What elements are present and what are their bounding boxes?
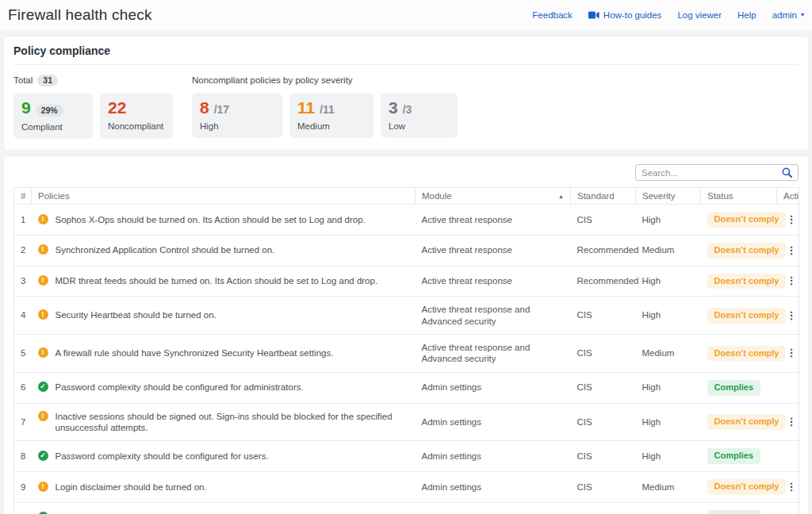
total-count-badge: 31 xyxy=(37,75,58,86)
column-header-status[interactable]: Status xyxy=(701,188,777,205)
severity-cell: High xyxy=(636,205,701,236)
stat-value-noncompliant: 22 xyxy=(108,99,126,116)
module-cell: Active threat response xyxy=(416,266,571,297)
severity-group-label: Noncompliant policies by policy severity xyxy=(192,74,458,86)
kebab-menu-icon[interactable]: ⋮ xyxy=(783,416,800,428)
policy-cell: !A firewall rule should have Synchronize… xyxy=(38,347,409,359)
top-link-feedback[interactable]: Feedback xyxy=(532,10,573,20)
severity-cards: 8/17High11/11Medium3/3Low xyxy=(192,93,458,138)
module-cell: Admin settings xyxy=(416,472,571,503)
policy-cell: !Login disclaimer should be turned on. xyxy=(38,481,409,493)
kebab-menu-icon[interactable]: ⋮ xyxy=(783,347,800,359)
warning-icon: ! xyxy=(38,275,48,286)
warning-icon: ! xyxy=(38,481,48,492)
status-badge: Complies xyxy=(707,510,761,514)
column-header-number[interactable]: # xyxy=(14,188,32,205)
module-cell: Admin settings xyxy=(416,441,571,472)
stat-card-medium: 11/11Medium xyxy=(289,93,373,138)
policy-cell: !Security Heartbeat should be turned on. xyxy=(38,309,409,320)
row-number: 7 xyxy=(14,403,32,441)
policy-cell: ✓Password complexity should be configure… xyxy=(38,382,409,393)
top-link-log-viewer[interactable]: Log viewer xyxy=(677,10,722,20)
standard-cell: CIS xyxy=(571,441,636,472)
policy-table-section: # Policies Module ▲ Standard Severity St… xyxy=(4,156,808,514)
policy-text: Security Heartbeat should be turned on. xyxy=(56,309,216,320)
status-badge: Doesn’t comply xyxy=(707,212,787,228)
table-body: 1!Sophos X-Ops should be turned on. Its … xyxy=(14,205,799,514)
search-icon[interactable] xyxy=(782,167,792,178)
summary-cards: 929%Compliant22Noncompliant xyxy=(13,93,173,139)
module-cell: Active threat response and Advanced secu… xyxy=(416,297,571,335)
top-link-help[interactable]: Help xyxy=(737,10,756,20)
severity-cell: High xyxy=(636,297,701,335)
column-header-standard[interactable]: Standard xyxy=(571,188,636,205)
policy-text: Sophos X-Ops should be turned on. Its Ac… xyxy=(56,214,366,225)
policy-cell: ✓Password complexity should be configure… xyxy=(38,451,409,462)
search-box[interactable] xyxy=(635,164,799,181)
status-badge: Doesn’t comply xyxy=(707,274,787,290)
stat-label-medium: Medium xyxy=(297,121,366,131)
severity-cell: High xyxy=(636,502,701,514)
sort-ascending-icon: ▲ xyxy=(558,194,564,199)
standard-cell: CIS xyxy=(571,205,636,236)
kebab-menu-icon[interactable]: ⋮ xyxy=(783,244,800,257)
totals-group: Total 31 929%Compliant22Noncompliant xyxy=(13,74,173,139)
status-badge: Complies xyxy=(707,448,761,464)
column-header-action[interactable]: Action xyxy=(777,188,799,205)
column-header-module[interactable]: Module ▲ xyxy=(416,188,571,205)
kebab-menu-icon[interactable]: ⋮ xyxy=(783,213,800,226)
row-number: 9 xyxy=(14,472,32,503)
totals-group-label: Total 31 xyxy=(13,74,173,86)
compliant-percent-badge: 29% xyxy=(36,105,63,117)
policy-text: Synchronized Application Control should … xyxy=(56,244,275,255)
row-number: 8 xyxy=(14,441,32,472)
kebab-menu-icon[interactable]: ⋮ xyxy=(783,309,800,322)
section-title: Policy compliance xyxy=(13,44,799,65)
policy-text: Login disclaimer should be turned on. xyxy=(56,481,207,493)
top-link-how-to-guides[interactable]: How-to guides xyxy=(588,10,662,20)
column-header-severity[interactable]: Severity xyxy=(636,188,701,205)
policy-text: A firewall rule should have Synchronized… xyxy=(56,347,334,359)
status-badge: Complies xyxy=(707,380,761,396)
row-number: 1 xyxy=(14,205,32,236)
module-cell: Active threat response xyxy=(416,235,571,266)
total-label: Total xyxy=(13,75,33,85)
warning-icon: ! xyxy=(38,309,48,320)
row-number: 2 xyxy=(14,235,32,266)
search-row xyxy=(13,164,799,181)
policy-table: # Policies Module ▲ Standard Severity St… xyxy=(13,187,799,514)
caret-down-icon: ▾ xyxy=(801,12,804,18)
severity-cell: High xyxy=(636,441,701,472)
table-row: 7!Inactive sessions should be signed out… xyxy=(14,403,799,441)
severity-cell: Medium xyxy=(636,472,701,503)
table-row: 1!Sophos X-Ops should be turned on. Its … xyxy=(14,205,799,236)
status-badge: Doesn’t comply xyxy=(707,414,787,430)
module-cell: Admin settings xyxy=(416,502,571,514)
stat-total-low: /3 xyxy=(403,103,412,116)
page-title: Firewall health check xyxy=(8,6,152,24)
stat-card-low: 3/3Low xyxy=(381,93,458,138)
module-cell: Active threat response xyxy=(416,205,571,236)
stat-total-medium: /11 xyxy=(320,103,335,116)
policy-search-input[interactable] xyxy=(642,168,777,178)
standard-cell: CIS xyxy=(571,403,636,441)
policy-text: Inactive sessions should be signed out. … xyxy=(56,411,409,434)
row-number: 6 xyxy=(14,372,32,403)
kebab-menu-icon[interactable]: ⋮ xyxy=(783,481,800,493)
warning-icon: ! xyxy=(38,244,48,255)
top-link-admin[interactable]: admin▾ xyxy=(772,10,804,20)
table-row: 8✓Password complexity should be configur… xyxy=(14,441,799,472)
module-cell: Active threat response and Advanced secu… xyxy=(416,335,571,373)
standard-cell: CIS xyxy=(571,472,636,503)
row-number: 3 xyxy=(14,266,32,297)
column-header-policies[interactable]: Policies xyxy=(32,188,416,205)
policy-cell: !MDR threat feeds should be turned on. I… xyxy=(38,275,409,286)
table-row: 6✓Password complexity should be configur… xyxy=(14,372,799,403)
kebab-menu-icon[interactable]: ⋮ xyxy=(783,274,800,287)
stat-value-high: 8 xyxy=(200,99,209,116)
policy-compliance-section: Policy compliance Total 31 929%Compliant… xyxy=(4,36,808,150)
warning-icon: ! xyxy=(38,214,48,224)
row-number: 5 xyxy=(14,335,32,373)
severity-cell: High xyxy=(636,266,701,297)
standard-cell: CIS xyxy=(571,297,636,335)
